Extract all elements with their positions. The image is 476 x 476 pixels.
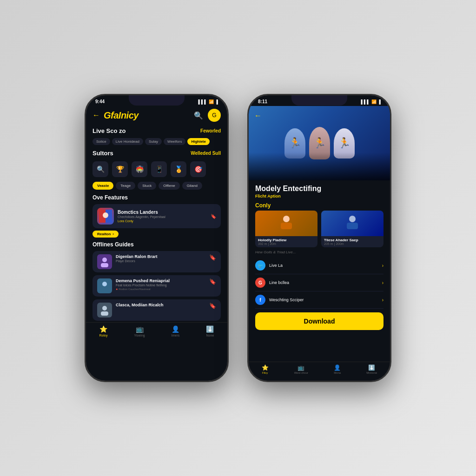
phone-notch-1 (129, 95, 185, 106)
pbn-westchour-icon: 📺 (298, 364, 304, 371)
menu-chevron-twitter: › (382, 263, 383, 268)
nav-roloy[interactable]: ⭐ Roloy (99, 325, 108, 337)
back-button-1[interactable]: ← (93, 111, 100, 119)
selectors-header: Sultors Welleded Sull (86, 147, 227, 159)
guide-card-3: Clasca, Modiian Ricalch 🔖 (93, 299, 221, 321)
menu-item-google[interactable]: G Line bcllea › (255, 274, 383, 291)
guide-bookmark-3[interactable]: 🔖 (209, 303, 216, 309)
signal-icon-2: ▌▌▌ (361, 99, 370, 104)
guide-card-1: Digenlan Ralon Brart Playe Decors 🔖 (93, 251, 221, 272)
pbn-mona[interactable]: 👤 Mona (334, 364, 341, 374)
feature-info-1: Bomctics Landers Checfolloes Aagentin, P… (118, 210, 207, 223)
video-card-1[interactable]: Holodly Pladlew 392 m | 20m (255, 211, 317, 247)
menu-item-twitter[interactable]: 🐦 Live La › (255, 257, 383, 274)
menu-chevron-google: › (382, 280, 383, 285)
guide-avatar-3 (97, 303, 112, 317)
nav-imers-label: Imers (172, 334, 180, 337)
guide-bookmark-2[interactable]: 🔖 (209, 278, 216, 285)
nav-roloy-label: Roloy (99, 334, 108, 337)
video-thumb-2 (321, 211, 383, 236)
download-button[interactable]: Download (255, 312, 383, 330)
tab-solice[interactable]: Solice (93, 138, 110, 145)
tab-high[interactable]: Highlete (187, 138, 210, 145)
tab-weel[interactable]: Weelfors (164, 138, 185, 145)
guide-sub-2: ● Rodion Caucher/Navineal (116, 287, 205, 291)
tab-live[interactable]: Live Honidead (112, 138, 143, 145)
filter-giland[interactable]: Giland (182, 182, 202, 190)
sport-icons-row: 🔍 🏆 🏟️ 📱 🏅 🎯 (86, 159, 227, 180)
svg-point-11 (349, 216, 356, 222)
tabs-row-1: Solice Live Honidead Sulay Weelfors High… (86, 136, 227, 147)
feature-avatar-1 (97, 208, 114, 225)
live-score-link[interactable]: Feworled (200, 128, 221, 133)
sport-icon-trophy[interactable]: 🏆 (112, 161, 128, 177)
video-card-title-2: Tliese Ahader Saep (324, 238, 381, 242)
offline-guides-title: Offlines Guides (86, 238, 227, 250)
filter-pills-row: Veaste Teage Stuck Offlene Giland (86, 180, 227, 192)
menu-text-twitter: Live La (269, 263, 378, 268)
nav-yioeing-label: Yioeing (134, 334, 145, 337)
pbn-westchour[interactable]: 📺 West chour (294, 364, 308, 374)
video-card-title-1: Holodly Pladlew (258, 238, 315, 242)
hero-image: 🏃 🏃 🏃 ← (249, 106, 390, 180)
pbn-mona-label: Mona (334, 371, 341, 374)
wifi-icon-2: 📶 (371, 99, 377, 104)
content-hint: Hew Golls & Triad Live... (255, 250, 383, 254)
svg-rect-8 (101, 311, 108, 316)
twitter-icon: 🐦 (255, 260, 265, 271)
hero-back-button[interactable]: ← (254, 112, 262, 120)
feature-bookmark-1[interactable]: 🔖 (211, 214, 216, 219)
guide-name-1: Digenlan Ralon Brart (116, 254, 205, 259)
video-card-2[interactable]: Tliese Ahader Saep 205 m | 200m (321, 211, 383, 247)
sport-icon-mobile[interactable]: 📱 (151, 161, 167, 177)
content-section-conly: Conly (255, 202, 383, 209)
nav-none-label: None (206, 334, 214, 337)
guide-info-1: Digenlan Ralon Brart Playe Decors (116, 254, 205, 263)
bottom-nav-1: ⭐ Roloy 📺 Yioeing 👤 Imers ⬇️ None (86, 322, 227, 344)
svg-rect-10 (281, 223, 292, 229)
realton-button[interactable]: Realton › (93, 231, 119, 238)
sport-icon-search[interactable]: 🔍 (93, 161, 108, 177)
video-card-meta-1: 392 m | 20m (258, 242, 315, 245)
guide-name-2: Demena Pushed Reniaprial (116, 278, 205, 283)
nav-yioeing[interactable]: 📺 Yioeing (134, 325, 145, 337)
svg-rect-4 (101, 263, 108, 267)
nav-roloy-icon: ⭐ (99, 325, 107, 333)
time-2: 8:11 (258, 99, 267, 104)
sport-icon-medal[interactable]: 🏅 (171, 161, 186, 177)
pbn-filcy[interactable]: ⭐ Filcy (262, 364, 269, 374)
phone-2: 8:11 ▌▌▌ 📶 ▐ 🏃 🏃 🏃 ← (247, 94, 391, 382)
nav-yioeing-icon: 📺 (136, 325, 144, 333)
filter-stuck[interactable]: Stuck (138, 182, 156, 190)
nav-none-icon: ⬇️ (206, 325, 214, 333)
filter-teage[interactable]: Teage (116, 182, 135, 190)
filter-veaste[interactable]: Veaste (93, 182, 113, 190)
sport-icon-stadium[interactable]: 🏟️ (132, 161, 147, 177)
phone-1: 9:44 ▌▌▌ 📶 ▐ ← GfaInicy 🔍 G (85, 94, 229, 382)
pbn-filcy-icon: ⭐ (262, 364, 269, 371)
guide-info-3: Clasca, Modiian Ricalch (116, 303, 205, 307)
guide-avatar-1 (97, 254, 112, 269)
phone-screen-1: 9:44 ▌▌▌ 📶 ▐ ← GfaInicy 🔍 G (86, 95, 227, 381)
pbn-minnone-icon: ⬇️ (368, 364, 375, 371)
guide-desc-2: Feat lolces Proctsim Notine flething (116, 284, 205, 287)
hero-overlay (249, 152, 390, 180)
nav-imers[interactable]: 👤 Imers (172, 325, 180, 337)
pbn-minnone[interactable]: ⬇️ Minnone (366, 364, 377, 374)
phone-notch-2 (291, 95, 347, 106)
sport-icon-target[interactable]: 🎯 (190, 161, 206, 177)
avatar-icon-1[interactable]: G (208, 109, 221, 122)
svg-rect-6 (101, 287, 108, 291)
status-icons-2: ▌▌▌ 📶 ▐ (361, 99, 381, 104)
menu-item-facebook[interactable]: f Weschting Scciper › (255, 291, 383, 309)
video-cards-row: Holodly Pladlew 392 m | 20m Tliese Ahade… (255, 211, 383, 247)
bottom-nav-2: ⭐ Filcy 📺 West chour 👤 Mona ⬇️ Minnone (249, 362, 390, 381)
selectors-link[interactable]: Welleded Sull (191, 151, 221, 156)
search-icon-1[interactable]: 🔍 (194, 111, 203, 120)
guide-bookmark-1[interactable]: 🔖 (209, 254, 216, 261)
menu-text-google: Line bcllea (269, 280, 378, 285)
filter-offlene[interactable]: Offlene (159, 182, 180, 190)
nav-none[interactable]: ⬇️ None (206, 325, 214, 337)
tab-sulay[interactable]: Sulay (145, 138, 162, 145)
pbn-westchour-label: West chour (294, 371, 308, 374)
